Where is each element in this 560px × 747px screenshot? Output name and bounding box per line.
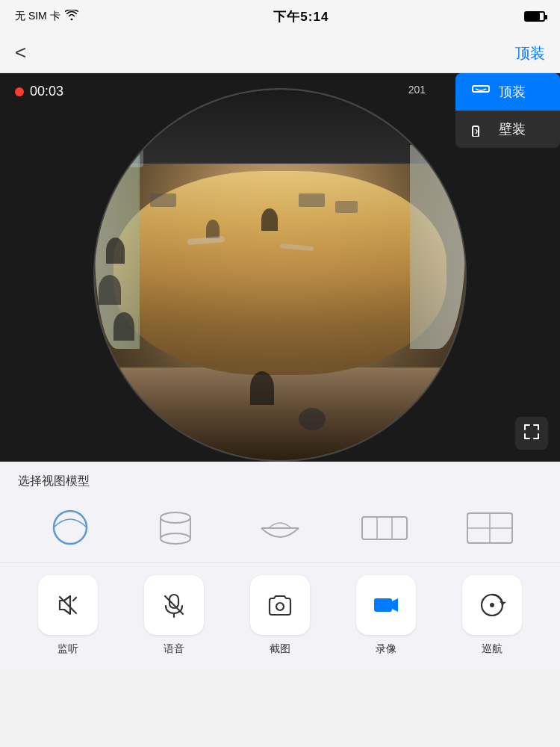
svg-point-6 <box>161 533 190 544</box>
back-button[interactable]: < <box>15 41 26 64</box>
svg-rect-1 <box>473 126 479 137</box>
view-mode-fisheye[interactable] <box>33 501 108 554</box>
wall-mount-icon <box>470 119 491 140</box>
controls-area: 选择视图模型 <box>0 462 560 671</box>
view-mode-panorama[interactable] <box>347 501 422 554</box>
patrol-icon-container <box>462 575 522 635</box>
patrol-label: 巡航 <box>482 642 503 656</box>
svg-marker-22 <box>392 598 398 612</box>
svg-line-15 <box>73 598 76 601</box>
svg-point-20 <box>276 603 284 610</box>
svg-rect-21 <box>374 598 392 612</box>
record-label: 录像 <box>376 642 396 656</box>
view-mode-bowl[interactable] <box>243 501 317 554</box>
nav-title[interactable]: 顶装 <box>515 43 545 63</box>
view-mode-cylinder[interactable] <box>138 501 213 554</box>
fisheye-view <box>93 88 467 462</box>
screenshot-label: 截图 <box>270 642 290 656</box>
monitor-icon-container <box>38 575 98 635</box>
dropdown-label-wall: 壁装 <box>499 120 526 138</box>
svg-rect-0 <box>473 86 489 92</box>
rec-dot <box>15 87 24 96</box>
wifi-icon <box>65 10 78 23</box>
action-btn-voice[interactable]: 语音 <box>133 575 215 656</box>
time-display: 下午5:14 <box>273 8 329 25</box>
record-icon-container <box>356 575 416 635</box>
view-dropdown: 顶装 壁装 <box>455 73 560 148</box>
dropdown-item-top[interactable]: 顶装 <box>455 73 560 111</box>
battery-icon <box>524 11 545 22</box>
view-mode-quad[interactable] <box>452 501 527 554</box>
expand-button[interactable] <box>515 417 548 450</box>
voice-label: 语音 <box>164 642 184 656</box>
svg-point-3 <box>161 512 190 523</box>
screenshot-icon-container <box>250 575 310 635</box>
status-left: 无 SIM 卡 <box>15 10 78 23</box>
view-model-icons <box>18 501 542 554</box>
status-bar: 无 SIM 卡 下午5:14 <box>0 0 560 33</box>
monitor-label: 监听 <box>57 642 78 656</box>
timestamp-overlay: 201 <box>408 84 426 96</box>
svg-point-2 <box>54 511 87 544</box>
status-right <box>524 11 545 22</box>
action-btn-monitor[interactable]: 监听 <box>27 575 109 656</box>
svg-marker-24 <box>500 601 506 605</box>
carrier-label: 无 SIM 卡 <box>15 10 60 23</box>
top-mount-icon <box>470 81 491 102</box>
view-model-label: 选择视图模型 <box>18 474 542 489</box>
action-btn-screenshot[interactable]: 截图 <box>239 575 321 656</box>
rec-time: 00:03 <box>30 84 63 99</box>
dropdown-label-top: 顶装 <box>499 83 526 101</box>
voice-icon-container <box>144 575 204 635</box>
rec-indicator: 00:03 <box>15 84 63 99</box>
svg-point-25 <box>490 603 494 607</box>
dropdown-item-wall[interactable]: 壁装 <box>455 111 560 148</box>
svg-rect-8 <box>362 517 407 539</box>
view-model-section: 选择视图模型 <box>0 462 560 562</box>
action-btn-patrol[interactable]: 巡航 <box>451 575 533 656</box>
action-buttons-row: 监听 语音 截图 <box>0 562 560 671</box>
nav-bar: < 顶装 顶装 壁装 <box>0 33 560 73</box>
expand-icon <box>523 424 540 444</box>
action-btn-record[interactable]: 录像 <box>345 575 427 656</box>
